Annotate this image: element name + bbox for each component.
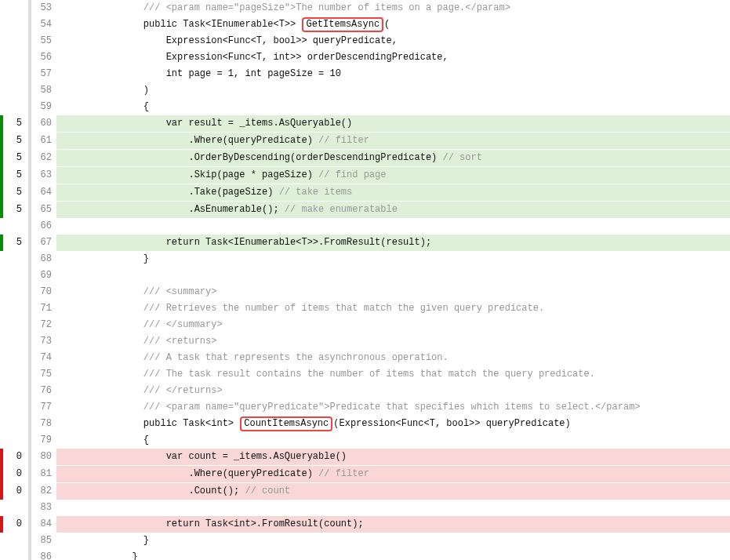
gutter-bar [28,500,31,516]
code-content: /// <returns> [56,333,730,350]
coverage-bar [0,449,3,466]
code-line: 084 return Task<int>.FromResult(count); [0,516,730,533]
coverage-bar [0,115,3,133]
hit-count [6,533,24,549]
hit-count: 0 [6,466,24,483]
code-content: return Task<IEnumerable<T>>.FromResult(r… [56,235,730,251]
coverage-bar [0,516,3,533]
gutter-bar [28,333,31,350]
hit-count [6,284,24,300]
line-number: 66 [35,218,56,235]
gutter-bar [28,251,31,267]
gutter-bar [28,284,31,300]
code-content: /// <summary> [56,284,730,300]
hit-count [6,432,24,449]
line-number: 61 [35,133,56,150]
code-text: { [132,101,149,112]
hit-count: 5 [6,167,24,184]
code-comment: // make enumeratable [285,204,398,215]
coverage-bar [0,150,3,167]
code-content: /// A task that represents the asynchron… [56,350,730,366]
code-comment: // find page [318,169,386,180]
line-number: 86 [35,549,56,560]
line-number: 75 [35,366,56,383]
hit-count [6,16,24,33]
line-number: 82 [35,483,56,500]
code-line: 58 ) [0,82,730,99]
code-text: Expression<Func<T, int>> orderDescending… [132,52,448,63]
hit-count: 5 [6,115,24,133]
code-content [56,500,730,516]
code-content [56,218,730,235]
code-line: 70 /// <summary> [0,284,730,300]
hit-count [6,416,24,432]
coverage-bar [0,33,3,49]
code-content: .Where(queryPredicate) // filter [56,133,730,150]
coverage-bar [0,466,3,483]
code-line: 66 [0,218,730,235]
code-content: Expression<Func<T, int>> orderDescending… [56,49,730,66]
code-content: } [56,549,730,560]
code-content: } [56,533,730,549]
coverage-bar [0,82,3,99]
coverage-bar [0,432,3,449]
code-comment: /// <param name="pageSize">The number of… [143,2,510,13]
code-content: /// </summary> [56,317,730,333]
code-line: 564 .Take(pageSize) // take items [0,184,730,202]
code-content: .AsEnumerable(); // make enumeratable [56,202,730,218]
gutter-bar [28,82,31,99]
code-comment: /// <summary> [143,286,217,297]
code-content: var count = _items.AsQueryable() [56,449,730,466]
line-number: 63 [35,167,56,184]
code-text: .OrderByDescending(orderDescendingPredic… [132,152,442,163]
code-text [132,402,143,413]
code-text: .Where(queryPredicate) [132,468,318,479]
code-comment: /// <param name="queryPredicate">Predica… [143,402,641,413]
line-number: 60 [35,115,56,133]
gutter-bar [28,167,31,184]
hit-count [6,49,24,66]
hit-count [6,218,24,235]
code-line: 69 [0,267,730,284]
code-comment: // take items [279,187,353,198]
code-content: /// </returns> [56,383,730,399]
code-comment: /// Retrieves the number of items that m… [143,303,544,314]
gutter-bar [28,218,31,235]
coverage-bar [0,500,3,516]
code-line: 86 } [0,549,730,560]
code-content: } [56,251,730,267]
hit-count [6,33,24,49]
gutter-bar [28,416,31,432]
hit-count [6,549,24,560]
code-comment: /// A task that represents the asynchron… [143,352,449,363]
coverage-bar [0,99,3,115]
coverage-bar [0,66,3,82]
code-line: 68 } [0,251,730,267]
hit-count [6,99,24,115]
hit-count [6,82,24,99]
code-line: 081 .Where(queryPredicate) // filter [0,466,730,483]
coverage-bar [0,235,3,251]
hit-count [6,251,24,267]
method-link[interactable]: CountItemsAsync [240,416,332,431]
gutter-bar [28,366,31,383]
hit-count: 5 [6,150,24,167]
code-line: 79 { [0,432,730,449]
code-text: public Task<IEnumerable<T>> [132,19,301,30]
line-number: 81 [35,466,56,483]
code-line: 74 /// A task that represents the asynch… [0,350,730,366]
gutter-bar [28,483,31,500]
code-text: (Expression<Func<T, bool>> queryPredicat… [333,418,570,429]
code-line: 77 /// <param name="queryPredicate">Pred… [0,399,730,416]
method-link[interactable]: GetItemsAsync [302,17,383,32]
gutter-bar [28,516,31,533]
line-number: 54 [35,16,56,33]
code-text: ) [132,85,149,96]
code-text: .Count(); [132,485,245,496]
code-comment: /// <returns> [143,336,217,347]
coverage-bar [0,483,3,500]
code-text [132,336,143,347]
line-number: 55 [35,33,56,49]
hit-count: 0 [6,516,24,533]
code-line: 56 Expression<Func<T, int>> orderDescend… [0,49,730,66]
